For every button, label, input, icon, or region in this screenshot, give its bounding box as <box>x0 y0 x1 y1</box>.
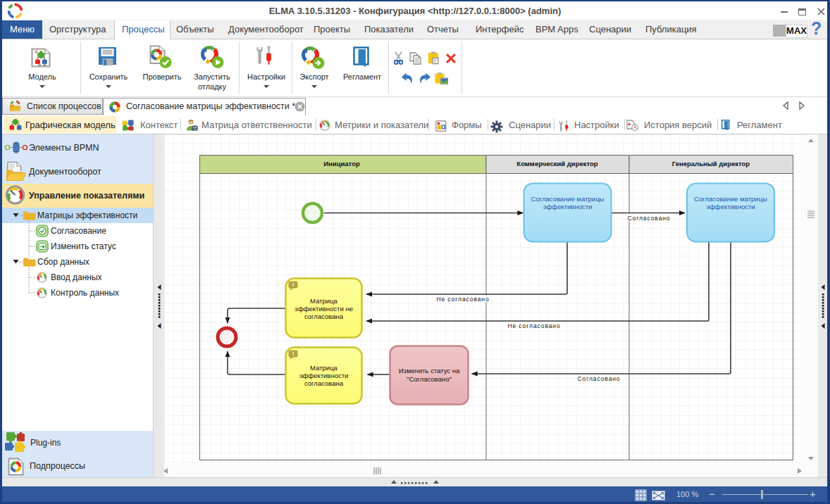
svg-text:Согласовано: Согласовано <box>577 375 620 382</box>
svg-text:Согласование матрицы: Согласование матрицы <box>694 195 767 203</box>
svg-text:Коммерческий директор: Коммерческий директор <box>516 160 597 168</box>
svg-text:Генеральный директор: Генеральный директор <box>672 160 750 168</box>
svg-text:!: ! <box>292 282 295 288</box>
svg-text:"Согласовано": "Согласовано" <box>407 375 452 383</box>
svg-text:эффективности: эффективности <box>543 203 593 210</box>
svg-text:Инициатор: Инициатор <box>323 160 360 168</box>
svg-text:Матрица: Матрица <box>310 364 337 372</box>
svg-text:согласована: согласована <box>304 379 344 387</box>
svg-text:Изменить статус на: Изменить статус на <box>399 367 460 374</box>
svg-text:Не согласовано: Не согласовано <box>436 296 489 303</box>
svg-text:Согласовано: Согласовано <box>627 215 670 222</box>
svg-text:согласована: согласована <box>304 313 344 320</box>
svg-text:эффективности не: эффективности не <box>295 305 353 313</box>
svg-text:эффективности: эффективности <box>299 372 349 379</box>
svg-text:Не согласовано: Не согласовано <box>507 322 560 329</box>
svg-text:Матрица: Матрица <box>310 297 337 305</box>
svg-text:эффективности: эффективности <box>706 203 755 210</box>
svg-text:!: ! <box>292 351 295 357</box>
svg-text:Согласование матрицы: Согласование матрицы <box>531 195 605 203</box>
